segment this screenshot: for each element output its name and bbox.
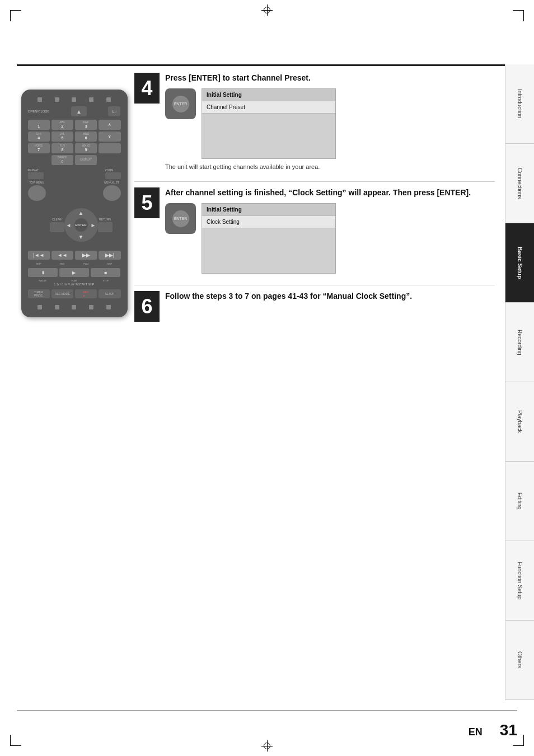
- num-btn-6[interactable]: MNO 6: [75, 132, 97, 142]
- step-5-diagram: ENTER Initial Setting Clock Setting: [165, 203, 495, 274]
- page-number: 31: [500, 721, 517, 739]
- sidebar-tab-connections[interactable]: Connections: [505, 144, 534, 223]
- step-6-number: 6: [134, 291, 160, 322]
- remote-dot: [38, 97, 42, 102]
- bottom-btns: TIMERPROG. REC.MODE REC● SETUP: [26, 288, 123, 299]
- num-btn-8[interactable]: TUV 8: [51, 143, 73, 153]
- rec-mode-btn[interactable]: REC.MODE: [51, 289, 73, 298]
- fwd-btn[interactable]: ▶▶: [75, 251, 97, 260]
- num-btn-4[interactable]: GHI 4: [28, 132, 50, 142]
- sidebar-tab-function-setup[interactable]: Function Setup: [505, 541, 534, 621]
- skip-fwd-btn[interactable]: ▶▶|: [99, 251, 120, 260]
- num-btn-display[interactable]: DISPLAY: [75, 155, 97, 165]
- step5-screen-header: Initial Setting: [202, 204, 335, 216]
- num-btn-down[interactable]: ∨: [99, 132, 120, 142]
- remote-top-row: OPEN/CLOSE ▲ I/○: [26, 106, 123, 116]
- remote-dot: [106, 97, 111, 102]
- power-button[interactable]: I/○: [108, 106, 120, 116]
- remote-dot: [55, 305, 59, 309]
- step-4-title: Press [ENTER] to start Channel Preset.: [165, 73, 495, 83]
- remote-dot: [89, 97, 93, 102]
- step-5-number: 5: [134, 187, 160, 218]
- step-4-number: 4: [134, 73, 160, 104]
- step5-screen-body: [202, 228, 335, 273]
- corner-mark-tl: [10, 10, 21, 21]
- num-btn-3[interactable]: DEF 3: [75, 120, 97, 130]
- step-4-note: The unit will start getting channels ava…: [165, 163, 495, 170]
- instructions-area: 4 Press [ENTER] to start Channel Preset.…: [134, 73, 495, 330]
- corner-mark-tr: [513, 10, 524, 21]
- timer-prog-btn[interactable]: TIMERPROG.: [28, 289, 50, 298]
- transport-labels: SKIP REV FWD SKIP: [26, 262, 123, 265]
- num-btn-9[interactable]: WXYZ 9: [75, 143, 97, 153]
- remote-dot: [106, 305, 111, 309]
- step-5-block: 5 After channel setting is finished, “Cl…: [134, 187, 495, 274]
- sidebar-tab-introduction[interactable]: Introduction: [505, 64, 534, 144]
- top-rule: [17, 64, 517, 66]
- skip-back-btn[interactable]: |◄◄: [28, 251, 50, 260]
- step4-screen-channel-preset: Channel Preset: [202, 101, 335, 114]
- remote-dot: [55, 97, 59, 102]
- step-6-content: Follow the steps 3 to 7 on pages 41-43 f…: [165, 291, 495, 301]
- num-btn-blank: [99, 143, 120, 153]
- sidebar-tab-editing[interactable]: Editing: [505, 462, 534, 541]
- remote-top-dots: [26, 95, 123, 104]
- pause-btn[interactable]: ⏸: [28, 268, 58, 277]
- remote-repeat-zoom-row: REPEAT ZOOM: [26, 168, 123, 179]
- playback-row: ⏸ ▶ ■: [26, 267, 123, 278]
- step4-enter-button: ENTER: [172, 96, 189, 112]
- num-btn-7[interactable]: PQRS 7: [28, 143, 50, 153]
- corner-mark-bl: [10, 735, 21, 746]
- step-6-title: Follow the steps 3 to 7 on pages 41-43 f…: [165, 291, 495, 301]
- remote-dot: [72, 97, 76, 102]
- playback-labels: PAUSE PLAY STOP: [26, 279, 123, 282]
- sidebar-tab-others[interactable]: Others: [505, 621, 534, 700]
- remote-bottom-dots: [26, 303, 123, 312]
- step5-screen: Initial Setting Clock Setting: [202, 203, 336, 274]
- step4-screen-header: Initial Setting: [202, 89, 335, 101]
- remote-dot: [89, 305, 93, 309]
- step4-screen: Initial Setting Channel Preset: [202, 88, 336, 159]
- sidebar-tab-recording[interactable]: Recording: [505, 303, 534, 382]
- open-close-label: OPEN/CLOSE: [28, 110, 50, 113]
- remote-dot: [38, 305, 42, 309]
- main-content: OPEN/CLOSE ▲ I/○ 1 ABC 2 DEF 3: [17, 73, 500, 700]
- num-btn-2[interactable]: ABC 2: [51, 120, 73, 130]
- setup-btn[interactable]: SETUP: [99, 289, 120, 298]
- footer-en: EN: [469, 726, 483, 738]
- step4-mini-remote: ENTER: [165, 88, 196, 119]
- num-btn-space: SPACE 0: [51, 155, 73, 165]
- step-4-block: 4 Press [ENTER] to start Channel Preset.…: [134, 73, 495, 170]
- bottom-rule: [17, 710, 517, 711]
- sidebar: Introduction Connections Basic Setup Rec…: [505, 64, 534, 700]
- step-6-block: 6 Follow the steps 3 to 7 on pages 41-43…: [134, 291, 495, 319]
- num-btn-up[interactable]: ∧: [99, 120, 120, 130]
- sidebar-tab-basic-setup[interactable]: Basic Setup: [505, 223, 534, 303]
- step-4-content: Press [ENTER] to start Channel Preset. E…: [165, 73, 495, 170]
- page-footer: EN 31: [469, 721, 517, 739]
- rev-btn[interactable]: ◄◄: [51, 251, 73, 260]
- step-5-content: After channel setting is finished, “Cloc…: [165, 187, 495, 274]
- num-btn-5[interactable]: JKL 5: [51, 132, 73, 142]
- remote-dot: [72, 305, 76, 309]
- remote-control: OPEN/CLOSE ▲ I/○ 1 ABC 2 DEF 3: [21, 90, 128, 317]
- speed-label: 1.3x / 0.8x PLAY INSTANT SKIP: [26, 282, 123, 287]
- nav-ring: ▲ ▼ ◄ ► ENTER: [64, 208, 98, 242]
- rec-btn[interactable]: REC●: [75, 289, 97, 298]
- num-btn-1[interactable]: 1: [28, 120, 50, 130]
- stop-btn[interactable]: ■: [91, 268, 120, 277]
- eject-button[interactable]: ▲: [71, 106, 87, 116]
- play-btn[interactable]: ▶: [59, 268, 89, 277]
- step5-enter-button: ENTER: [172, 210, 189, 227]
- transport-row: |◄◄ ◄◄ ▶▶ ▶▶|: [26, 250, 123, 261]
- enter-button[interactable]: ENTER: [74, 218, 88, 232]
- divider: [134, 181, 495, 182]
- number-grid: 1 ABC 2 DEF 3 ∧ GHI 4: [26, 119, 123, 166]
- sidebar-tab-playback[interactable]: Playback: [505, 382, 534, 462]
- remote-area: OPEN/CLOSE ▲ I/○ 1 ABC 2 DEF 3: [17, 90, 132, 666]
- step5-screen-clock-setting: Clock Setting: [202, 216, 335, 228]
- step5-mini-remote: ENTER: [165, 203, 196, 234]
- step4-screen-body: [202, 114, 335, 158]
- remote-menu-row: TOP MENU MENU/LIST: [26, 181, 123, 201]
- step-4-diagram: ENTER Initial Setting Channel Preset: [165, 88, 495, 159]
